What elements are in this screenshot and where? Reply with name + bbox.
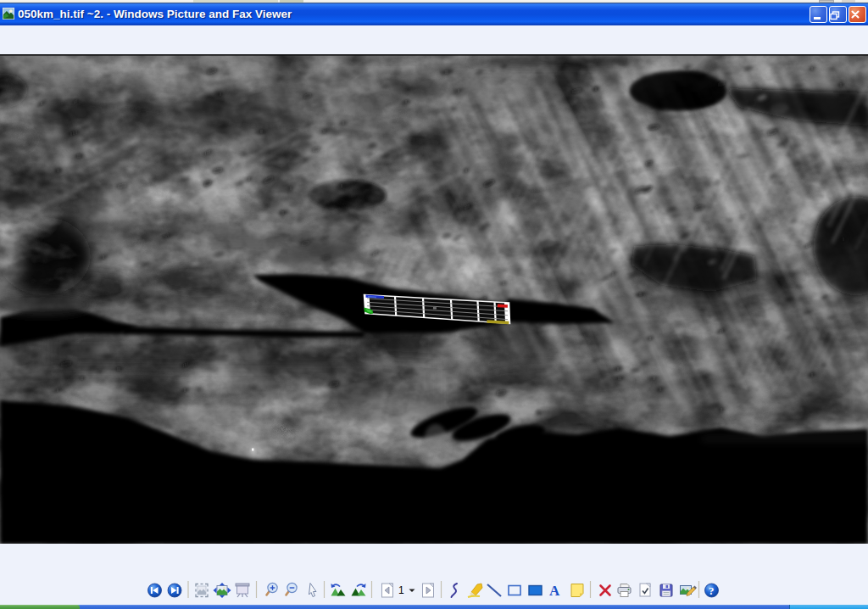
svg-text:A: A	[549, 583, 560, 599]
svg-text:?: ?	[709, 584, 715, 597]
svg-text:1: 1	[398, 584, 404, 596]
